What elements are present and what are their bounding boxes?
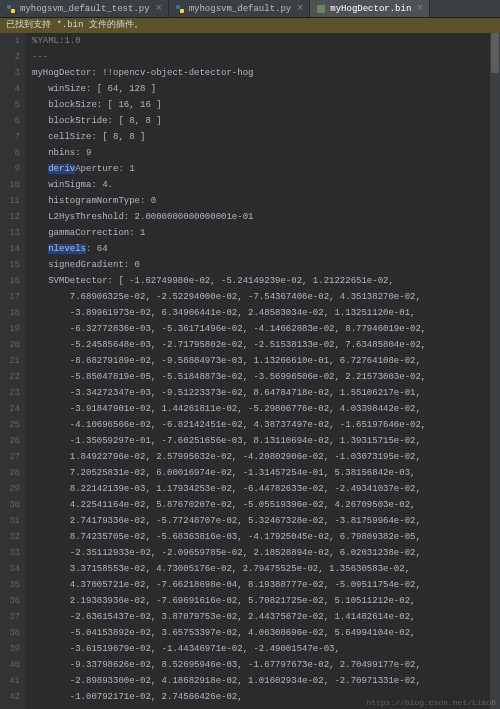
code-line: 8.22142139e-03, 1.17934253e-02, -6.44782… xyxy=(32,481,500,497)
code-line: 8.74235705e-02, -5.68363816e-03, -4.1792… xyxy=(32,529,500,545)
line-number: 7 xyxy=(0,129,20,145)
line-number: 19 xyxy=(0,321,20,337)
close-icon[interactable]: × xyxy=(297,3,303,14)
line-gutter: 1234567891011121314151617181920212223242… xyxy=(0,33,26,709)
code-line: 4.22541164e-02, 5.87670207e-02, -5.05519… xyxy=(32,497,500,513)
line-number: 24 xyxy=(0,401,20,417)
code-line: -2.35112933e-02, -2.09659785e-02, 2.1852… xyxy=(32,545,500,561)
code-line: winSigma: 4. xyxy=(32,177,500,193)
code-line: signedGradient: 0 xyxy=(32,257,500,273)
code-line: nbins: 9 xyxy=(32,145,500,161)
code-line: -5.24585648e-03, -2.71795802e-02, -2.515… xyxy=(32,337,500,353)
code-line: 7.68906325e-02, -2.52294000e-02, -7.5436… xyxy=(32,289,500,305)
code-line: -1.00792171e-02, 2.74566426e-02, xyxy=(32,689,500,705)
line-number: 26 xyxy=(0,433,20,449)
tab-myhogsvm-default-test-py[interactable]: myhogsvm_default_test.py× xyxy=(0,0,169,17)
svg-rect-0 xyxy=(7,5,11,9)
code-line: -3.89961973e-02, 6.34906441e-02, 2.48583… xyxy=(32,305,500,321)
line-number: 15 xyxy=(0,257,20,273)
line-number: 6 xyxy=(0,113,20,129)
line-number: 31 xyxy=(0,513,20,529)
line-number: 11 xyxy=(0,193,20,209)
code-line: -3.91847901e-02, 1.44261811e-02, -5.2980… xyxy=(32,401,500,417)
line-number: 39 xyxy=(0,641,20,657)
svg-rect-1 xyxy=(11,9,15,13)
code-line: nlevels: 64 xyxy=(32,241,500,257)
code-line: blockSize: [ 16, 16 ] xyxy=(32,97,500,113)
line-number: 36 xyxy=(0,593,20,609)
line-number: 38 xyxy=(0,625,20,641)
line-number: 13 xyxy=(0,225,20,241)
code-line: -2.89893300e-02, 4.18682918e-02, 1.01602… xyxy=(32,673,500,689)
bin-file-icon xyxy=(316,4,326,14)
code-line: %YAML:1.0 xyxy=(32,33,500,49)
svg-rect-2 xyxy=(176,5,180,9)
line-number: 5 xyxy=(0,97,20,113)
tab-label: myhogsvm_default.py xyxy=(189,4,292,14)
line-number: 16 xyxy=(0,273,20,289)
editor-area: 1234567891011121314151617181920212223242… xyxy=(0,33,500,709)
code-line: 7.20525831e-02, 6.00016974e-02, -1.31457… xyxy=(32,465,500,481)
svg-rect-4 xyxy=(317,5,325,13)
code-line: 4.37005721e-02, -7.66218698e-04, 8.19388… xyxy=(32,577,500,593)
code-line: winSize: [ 64, 128 ] xyxy=(32,81,500,97)
line-number: 10 xyxy=(0,177,20,193)
line-number: 17 xyxy=(0,289,20,305)
code-line: -8.68279189e-02, -9.58884973e-03, 1.1326… xyxy=(32,353,500,369)
code-content[interactable]: %YAML:1.0---myHogDector: !!opencv-object… xyxy=(26,33,500,709)
line-number: 18 xyxy=(0,305,20,321)
code-line: derivAperture: 1 xyxy=(32,161,500,177)
plugin-notice[interactable]: 已找到支持 *.bin 文件的插件。 xyxy=(0,18,500,33)
close-icon[interactable]: × xyxy=(156,3,162,14)
vertical-scrollbar[interactable] xyxy=(490,33,500,709)
code-line: -1.35059297e-01, -7.60251656e-03, 8.1311… xyxy=(32,433,500,449)
line-number: 28 xyxy=(0,465,20,481)
tab-label: myHogDector.bin xyxy=(330,4,411,14)
line-number: 25 xyxy=(0,417,20,433)
tab-myhogsvm-default-py[interactable]: myhogsvm_default.py× xyxy=(169,0,311,17)
line-number: 1 xyxy=(0,33,20,49)
code-line: -2.63615437e-02, 3.87079753e-02, 2.44375… xyxy=(32,609,500,625)
line-number: 14 xyxy=(0,241,20,257)
line-number: 20 xyxy=(0,337,20,353)
code-line: -5.85047819e-05, -5.51848873e-02, -3.569… xyxy=(32,369,500,385)
close-icon[interactable]: × xyxy=(417,3,423,14)
line-number: 29 xyxy=(0,481,20,497)
line-number: 35 xyxy=(0,577,20,593)
line-number: 40 xyxy=(0,657,20,673)
line-number: 8 xyxy=(0,145,20,161)
line-number: 4 xyxy=(0,81,20,97)
py-file-icon xyxy=(175,4,185,14)
line-number: 21 xyxy=(0,353,20,369)
code-line: myHogDector: !!opencv-object-detector-ho… xyxy=(32,65,500,81)
line-number: 22 xyxy=(0,369,20,385)
tab-myHogDector-bin[interactable]: myHogDector.bin× xyxy=(310,0,430,17)
line-number: 30 xyxy=(0,497,20,513)
tab-label: myhogsvm_default_test.py xyxy=(20,4,150,14)
svg-rect-3 xyxy=(180,9,184,13)
code-line: -5.04153892e-02, 3.65753397e-02, 4.06308… xyxy=(32,625,500,641)
code-line: -9.33798626e-02, 8.52695946e-03, -1.6779… xyxy=(32,657,500,673)
code-line: histogramNormType: 0 xyxy=(32,193,500,209)
code-line: --- xyxy=(32,49,500,65)
code-line: -4.10696566e-02, -6.82142451e-02, 4.3873… xyxy=(32,417,500,433)
line-number: 32 xyxy=(0,529,20,545)
line-number: 9 xyxy=(0,161,20,177)
line-number: 41 xyxy=(0,673,20,689)
line-number: 12 xyxy=(0,209,20,225)
code-line: -3.34272347e-03, -9.51223373e-02, 8.6478… xyxy=(32,385,500,401)
line-number: 23 xyxy=(0,385,20,401)
code-line: 1.84922796e-02, 2.57995632e-02, -4.20802… xyxy=(32,449,500,465)
line-number: 34 xyxy=(0,561,20,577)
line-number: 3 xyxy=(0,65,20,81)
code-line: 2.74179336e-02, -5.77248707e-02, 5.32467… xyxy=(32,513,500,529)
code-line: 2.19383936e-02, -7.69691616e-02, 5.70821… xyxy=(32,593,500,609)
py-file-icon xyxy=(6,4,16,14)
line-number: 33 xyxy=(0,545,20,561)
line-number: 37 xyxy=(0,609,20,625)
code-line: -6.32772836e-03, -5.36171496e-02, -4.146… xyxy=(32,321,500,337)
scrollbar-thumb[interactable] xyxy=(491,33,499,73)
line-number: 2 xyxy=(0,49,20,65)
code-line: blockStride: [ 8, 8 ] xyxy=(32,113,500,129)
line-number: 42 xyxy=(0,689,20,705)
